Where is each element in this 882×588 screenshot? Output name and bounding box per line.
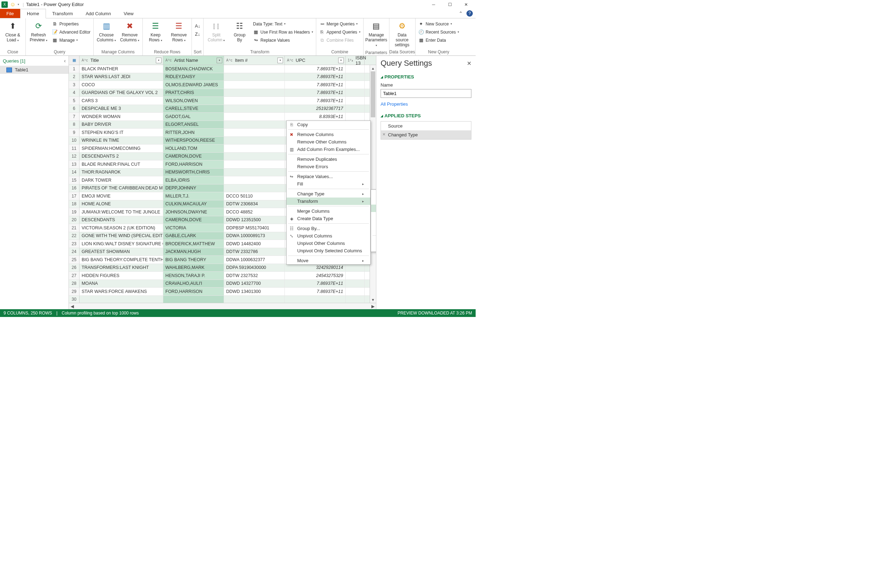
table-row[interactable]: 7WONDER WOMANGADOT,GAL8.8393E+11 [69,113,376,121]
cell-item[interactable] [224,176,285,184]
cell-title[interactable]: COCO [80,81,163,89]
cell-title[interactable]: DESCENDANTS 2 [80,153,163,160]
cell-title[interactable]: BIG BANG THEORY:COMPLETE TENTH SEA... [80,256,163,264]
cell-title[interactable]: THOR:RAGNAROK [80,168,163,176]
enter-data-button[interactable]: ▦Enter Data [418,36,460,44]
cell-artist[interactable]: RIDLEY,DAISY [163,73,224,81]
cell-title[interactable] [80,296,163,303]
submenu-xml[interactable]: XML [371,244,376,252]
manage-parameters-button[interactable]: ▤Manage Parameters ▾ [366,20,387,48]
cell-item[interactable]: DCCO 48852 [224,208,285,216]
minimize-button[interactable]: ─ [426,0,442,9]
cell-artist[interactable]: CAMERON,DOVE [163,216,224,224]
cell-upc[interactable]: 32429280114 [285,264,346,272]
cell-upc[interactable]: 24543275329 [285,272,346,279]
cell-upc[interactable]: 25192367717 [285,105,346,113]
combine-files-button[interactable]: ⧉Combine Files [318,36,361,44]
cell-artist[interactable]: WAHLBERG,MARK [163,264,224,272]
cell-title[interactable]: HOME ALONE [80,200,163,208]
cell-artist[interactable]: HEMSWORTH,CHRIS [163,168,224,176]
cell-artist[interactable]: BOSEMAN,CHADWICK [163,65,224,73]
table-row[interactable]: 2STAR WARS:LAST JEDIRIDLEY,DAISY7.86937E… [69,73,376,81]
cell-isbn[interactable] [346,97,364,105]
cell-item[interactable]: DDWD 14482400 [224,240,285,248]
cell-artist[interactable]: RITTER,JOHN [163,129,224,136]
table-row[interactable]: 26TRANSFORMERS:LAST KNIGHTWAHLBERG,MARKD… [69,264,376,272]
cell-title[interactable]: BLACK PANTHER [80,65,163,73]
menu-change-type[interactable]: Change Type▸ [286,190,370,198]
group-by-button[interactable]: ☷Group By [229,20,250,42]
submenu-trim[interactable]: Trim [371,212,376,219]
menu-transform[interactable]: Transform▸ [286,198,370,205]
recent-sources-button[interactable]: 🕘Recent Sources ▾ [418,28,460,36]
cell-upc[interactable] [285,296,346,303]
table-row[interactable]: 4GUARDIANS OF THE GALAXY VOL 2PRATT,CHRI… [69,89,376,97]
submenu-length[interactable]: Length [371,227,376,234]
cell-item[interactable]: DDWD 14327700 [224,280,285,288]
menu-replace-values[interactable]: ↬Replace Values... [286,173,370,180]
cell-isbn[interactable] [346,105,364,113]
scroll-up-icon[interactable]: ▲ [370,65,376,71]
cell-artist[interactable]: BRODERICK,MATTHEW [163,240,224,248]
refresh-preview-button[interactable]: ⟳ Refresh Preview ▾ [28,20,49,43]
sort-desc-button[interactable]: Z↓ [194,30,201,38]
cell-artist[interactable]: ELBA,IDRIS [163,176,224,184]
cell-artist[interactable]: CRAVALHO,AULI'I [163,280,224,288]
cell-upc[interactable]: 7.86937E+11 [285,89,346,97]
cell-upc[interactable]: 7.86937E+11 [285,65,346,73]
cell-item[interactable] [224,296,285,303]
cell-item[interactable] [224,121,285,129]
cell-isbn[interactable] [346,81,364,89]
cell-artist[interactable]: DEPP,JOHNNY [163,184,224,192]
cell-artist[interactable]: VICTORIA [163,224,224,232]
filter-icon[interactable]: ▾ [156,58,162,63]
cell-artist[interactable] [163,296,224,303]
properties-button[interactable]: 🗎Properties [51,20,91,28]
cell-artist[interactable]: MILLER,T.J. [163,192,224,200]
cell-isbn[interactable] [346,113,364,120]
collapse-ribbon-icon[interactable]: ⌃ [459,10,463,16]
table-row[interactable]: 1BLACK PANTHERBOSEMAN,CHADWICK7.86937E+1… [69,65,376,73]
cell-artist[interactable]: JACKMAN,HUGH [163,248,224,256]
cell-artist[interactable]: WILSON,OWEN [163,97,224,105]
keep-rows-button[interactable]: ☰Keep Rows ▾ [145,20,166,43]
menu-remove-duplicates[interactable]: Remove Duplicates [286,156,370,163]
tab-add-column[interactable]: Add Column [79,9,117,18]
cell-isbn[interactable] [346,288,364,296]
cell-item[interactable] [224,81,285,89]
table-row[interactable]: 30 [69,296,376,303]
help-icon[interactable]: ? [466,10,473,16]
cell-isbn[interactable] [346,89,364,97]
column-header-upc[interactable]: AᵇcUPC▾ [285,56,346,64]
cell-title[interactable]: DARK TOWER [80,176,163,184]
scroll-thumb[interactable] [370,71,375,117]
cell-item[interactable] [224,168,285,176]
menu-remove-errors[interactable]: Remove Errors [286,163,370,170]
column-header-item[interactable]: AᵇcItem #▾ [224,56,285,64]
table-row[interactable]: 29STAR WARS:FORCE AWAKENSFORD,HARRISONDD… [69,288,376,296]
new-source-button[interactable]: ✦New Source ▾ [418,20,460,28]
cell-item[interactable]: DDPA 59190430000 [224,264,285,272]
menu-remove-columns[interactable]: ✖Remove Columns [286,131,370,138]
menu-unpivot-other[interactable]: Unpivot Other Columns [286,240,370,247]
advanced-editor-button[interactable]: 📝Advanced Editor [51,28,91,36]
step-source[interactable]: Source [381,122,471,130]
cell-artist[interactable]: CULKIN,MACAULAY [163,200,224,208]
filter-icon[interactable]: ▾ [338,58,344,63]
table-row[interactable]: 28MOANACRAVALHO,AULI'IDDWD 143277007.869… [69,280,376,288]
choose-columns-button[interactable]: ▥Choose Columns ▾ [96,20,117,43]
menu-copy[interactable]: ⎘Copy [286,121,370,128]
close-button[interactable]: ✕ [458,0,474,9]
cell-title[interactable]: BABY DRIVER [80,121,163,129]
row-number-header[interactable]: ▦ [69,56,80,64]
maximize-button[interactable]: ☐ [442,0,458,9]
cell-title[interactable]: HIDDEN FIGURES [80,272,163,279]
menu-unpivot-selected[interactable]: Unpivot Only Selected Columns [286,247,370,254]
remove-columns-button[interactable]: ✖Remove Columns ▾ [119,20,140,43]
column-header-title[interactable]: AᵇcTitle▾ [80,56,163,64]
cell-isbn[interactable] [346,296,364,303]
menu-add-column-examples[interactable]: ▥Add Column From Examples... [286,146,370,153]
tab-home[interactable]: Home [20,9,46,18]
data-source-settings-button[interactable]: ⚙Data source settings [392,20,413,47]
cell-artist[interactable]: HOLLAND,TOM [163,144,224,152]
